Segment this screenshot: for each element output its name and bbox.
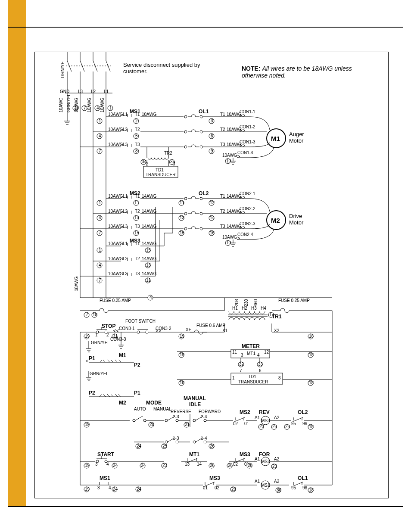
svg-text:GRN/YEL: GRN/YEL	[90, 371, 109, 376]
svg-text:15: 15	[180, 230, 185, 235]
svg-text:OL1: OL1	[298, 475, 308, 481]
svg-text:23: 23	[285, 424, 290, 429]
svg-text:T3: T3	[135, 224, 140, 229]
svg-text:8: 8	[135, 149, 138, 153]
svg-text:24: 24	[113, 487, 118, 492]
svg-text:TD1: TD1	[248, 374, 256, 379]
svg-text:10AWG: 10AWG	[222, 153, 237, 158]
svg-point-345	[176, 419, 178, 422]
svg-text:IDLE: IDLE	[189, 401, 201, 408]
mode-row2: 1-3 1-4 24 25 26	[134, 436, 229, 449]
svg-text:2: 2	[135, 118, 138, 123]
svg-text:26: 26	[210, 444, 215, 448]
svg-text:1: 1	[109, 106, 112, 110]
svg-point-68	[184, 146, 187, 148]
svg-text:23: 23	[272, 424, 277, 429]
svg-text:4: 4	[106, 462, 109, 467]
svg-text:10AWG: 10AWG	[108, 241, 123, 246]
svg-text:95: 95	[291, 421, 296, 426]
svg-text:A1: A1	[255, 479, 260, 484]
svg-text:18: 18	[309, 380, 314, 385]
svg-text:CON1-4: CON1-4	[237, 150, 253, 155]
svg-text:L2: L2	[123, 256, 128, 261]
svg-text:XF: XF	[186, 327, 191, 332]
svg-text:11: 11	[134, 200, 140, 205]
svg-text:18: 18	[309, 334, 314, 339]
diagram-frame: Service disconnect supplied by customer.…	[34, 52, 389, 498]
svg-text:7: 7	[99, 278, 101, 283]
svg-text:18: 18	[309, 424, 314, 429]
svg-text:12: 12	[264, 350, 269, 355]
svg-text:4: 4	[99, 134, 101, 138]
svg-text:OL2: OL2	[199, 190, 209, 196]
svg-text:7: 7	[99, 149, 101, 153]
svg-text:MODE: MODE	[146, 400, 162, 406]
svg-text:20: 20	[149, 422, 155, 427]
svg-text:MS1: MS1	[261, 483, 270, 488]
svg-text:14AWG: 14AWG	[142, 209, 157, 214]
svg-text:2-3: 2-3	[173, 414, 179, 419]
svg-point-67	[200, 131, 202, 133]
svg-text:METER: METER	[242, 343, 260, 349]
disconnect-block: GND L3 L2 L1 GRN/YEL	[60, 52, 112, 97]
svg-point-283	[146, 331, 148, 333]
svg-text:23: 23	[272, 464, 277, 469]
tr2-td1: TR2 34 35 23 TD1 TRANSDUCER	[141, 147, 178, 177]
svg-text:T1: T1	[135, 112, 140, 117]
svg-text:L3: L3	[123, 271, 128, 276]
svg-point-339	[133, 419, 135, 422]
svg-text:24: 24	[113, 463, 118, 468]
svg-text:TD1: TD1	[156, 168, 164, 172]
svg-text:MANUAL: MANUAL	[184, 395, 206, 401]
svg-point-351	[204, 419, 206, 422]
svg-text:9: 9	[211, 149, 213, 153]
svg-text:10AWG: 10AWG	[108, 224, 123, 229]
mode-row: MODE AUTO MANUAL MANUAL IDLE REVERSE FOR…	[80, 395, 332, 429]
svg-text:T3: T3	[135, 142, 140, 147]
svg-text:M1: M1	[271, 135, 280, 142]
svg-point-152	[200, 212, 202, 215]
svg-text:P2: P2	[89, 390, 95, 396]
svg-text:12: 12	[210, 200, 215, 205]
svg-text:02: 02	[233, 462, 238, 467]
svg-text:10AWG: 10AWG	[108, 194, 123, 199]
svg-text:GRN/YEL: GRN/YEL	[91, 340, 110, 345]
svg-text:4: 4	[97, 106, 99, 110]
svg-text:01: 01	[244, 421, 249, 426]
svg-point-153	[184, 227, 187, 230]
svg-text:T2: T2	[135, 127, 140, 132]
svg-text:1: 1	[99, 200, 101, 205]
svg-text:MT1: MT1	[247, 351, 255, 356]
svg-text:24: 24	[137, 487, 142, 492]
svg-text:26: 26	[210, 463, 215, 468]
svg-point-349	[193, 419, 196, 422]
svg-text:1: 1	[99, 118, 101, 123]
svg-text:19: 19	[85, 334, 90, 339]
svg-text:18: 18	[309, 488, 314, 492]
svg-point-64	[184, 115, 187, 118]
svg-text:AUTO: AUTO	[134, 407, 146, 411]
svg-text:24: 24	[137, 444, 142, 448]
svg-text:10: 10	[226, 240, 231, 245]
svg-text:A1: A1	[255, 457, 260, 461]
svg-text:230: 230	[244, 299, 249, 306]
svg-text:10AWG: 10AWG	[108, 209, 123, 214]
svg-text:L1: L1	[123, 112, 128, 117]
svg-text:MANUAL: MANUAL	[153, 407, 171, 411]
svg-point-69	[200, 146, 202, 148]
svg-text:1: 1	[232, 376, 235, 380]
svg-text:L1: L1	[123, 241, 128, 246]
svg-text:11: 11	[232, 350, 237, 355]
svg-text:L1: L1	[123, 194, 128, 199]
ms3-block: MS3 10AWG L1 T114AWG 1 15 10AWG L2 T214A…	[80, 207, 173, 283]
top-rule	[8, 27, 403, 28]
svg-text:02: 02	[215, 485, 220, 490]
svg-text:4: 4	[99, 263, 101, 268]
svg-text:22: 22	[259, 424, 265, 429]
svg-text:M1: M1	[119, 352, 126, 358]
svg-text:7: 7	[86, 312, 88, 317]
aux-contacts: P1 M1 P2 GRN/YEL P2 M2 P1	[86, 352, 140, 406]
svg-text:14AWG: 14AWG	[142, 241, 157, 246]
svg-point-154	[200, 227, 202, 230]
svg-text:CON1-2: CON1-2	[240, 124, 255, 129]
